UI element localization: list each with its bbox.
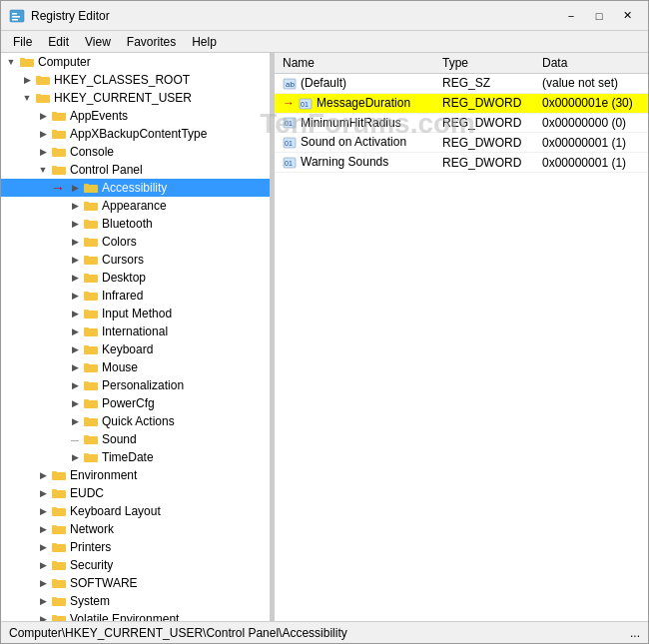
tree-item-bluetooth[interactable]: ▶Bluetooth: [1, 215, 270, 233]
tree-item-hkey_classes_root[interactable]: ▶HKEY_CLASSES_ROOT: [1, 71, 270, 89]
tree-item-eudc[interactable]: ▶EUDC: [1, 484, 270, 502]
tree-panel[interactable]: ▼Computer▶HKEY_CLASSES_ROOT▼HKEY_CURRENT…: [1, 53, 271, 621]
tree-expander[interactable]: —: [67, 431, 83, 447]
title-bar-left: Registry Editor: [9, 8, 110, 24]
menu-view[interactable]: View: [77, 33, 119, 51]
maximize-button[interactable]: □: [586, 6, 612, 26]
tree-expander[interactable]: ▶: [35, 593, 51, 609]
tree-item-input_method[interactable]: ▶Input Method: [1, 305, 270, 322]
table-row[interactable]: 01MinimumHitRadiusREG_DWORD0x00000000 (0…: [275, 113, 648, 133]
window-controls: − □ ✕: [558, 6, 640, 26]
tree-item-printers[interactable]: ▶Printers: [1, 538, 270, 556]
tree-item-system[interactable]: ▶System: [1, 592, 270, 610]
tree-expander[interactable]: ▶: [67, 288, 83, 304]
tree-expander[interactable]: ▶: [35, 539, 51, 555]
tree-expander[interactable]: ▶: [35, 557, 51, 573]
tree-item-hkey_current_user[interactable]: ▼HKEY_CURRENT_USER: [1, 89, 270, 107]
tree-item-security[interactable]: ▶Security: [1, 556, 270, 574]
tree-label: AppEvents: [70, 109, 128, 123]
tree-item-software[interactable]: ▶SOFTWARE: [1, 574, 270, 592]
col-name[interactable]: Name: [275, 53, 434, 74]
tree-expander[interactable]: ▼: [35, 162, 51, 178]
tree-item-environment[interactable]: ▶Environment: [1, 466, 270, 484]
tree-item-computer[interactable]: ▼Computer: [1, 53, 270, 71]
minimize-button[interactable]: −: [558, 6, 584, 26]
tree-expander[interactable]: ▶: [67, 270, 83, 286]
tree-expander[interactable]: ▶: [35, 521, 51, 537]
tree-expander[interactable]: ▶: [67, 323, 83, 339]
menu-favorites[interactable]: Favorites: [119, 33, 184, 51]
table-row[interactable]: ab(Default)REG_SZ(value not set): [275, 74, 648, 94]
tree-expander[interactable]: ▶: [35, 144, 51, 160]
folder-icon: [35, 72, 51, 88]
tree-item-infrared[interactable]: ▶Infrared: [1, 287, 270, 305]
table-row[interactable]: 01Warning SoundsREG_DWORD0x00000001 (1): [275, 153, 648, 173]
tree-item-personalization[interactable]: ▶Personalization: [1, 376, 270, 394]
menu-edit[interactable]: Edit: [40, 33, 77, 51]
tree-item-powercfg[interactable]: ▶PowerCfg: [1, 394, 270, 412]
tree-item-accessibility[interactable]: →▶Accessibility: [1, 179, 270, 197]
status-bar: Computer\HKEY_CURRENT_USER\Control Panel…: [1, 621, 648, 643]
tree-expander[interactable]: ▶: [67, 252, 83, 268]
dword-icon: 01: [283, 136, 297, 150]
tree-item-volatile_environment[interactable]: ▶Volatile Environment: [1, 610, 270, 621]
status-indicator: ...: [630, 626, 640, 640]
tree-item-keyboard_layout[interactable]: ▶Keyboard Layout: [1, 502, 270, 520]
table-row[interactable]: →01MessageDurationREG_DWORD0x0000001e (3…: [275, 93, 648, 113]
tree-expander[interactable]: ▶: [67, 377, 83, 393]
folder-icon: [83, 288, 99, 304]
tree-expander[interactable]: ▼: [19, 90, 35, 106]
close-button[interactable]: ✕: [614, 6, 640, 26]
tree-item-quick_actions[interactable]: ▶Quick Actions: [1, 412, 270, 430]
tree-expander[interactable]: ▶: [35, 485, 51, 501]
tree-expander[interactable]: ▼: [3, 54, 19, 70]
tree-expander[interactable]: ▶: [67, 341, 83, 357]
tree-expander[interactable]: ▶: [35, 108, 51, 124]
tree-item-appearance[interactable]: ▶Appearance: [1, 197, 270, 215]
tree-item-mouse[interactable]: ▶Mouse: [1, 358, 270, 376]
tree-expander[interactable]: ▶: [67, 359, 83, 375]
tree-expander[interactable]: ▶: [35, 467, 51, 483]
tree-expander[interactable]: ▶: [67, 180, 83, 196]
tree-expander[interactable]: ▶: [35, 503, 51, 519]
tree-expander[interactable]: ▶: [19, 72, 35, 88]
tree-expander[interactable]: ▶: [35, 611, 51, 621]
tree-expander[interactable]: ▶: [67, 413, 83, 429]
tree-item-international[interactable]: ▶International: [1, 322, 270, 340]
tree-item-desktop[interactable]: ▶Desktop: [1, 269, 270, 287]
tree-expander[interactable]: ▶: [35, 126, 51, 142]
col-data[interactable]: Data: [534, 53, 648, 74]
tree-expander[interactable]: ▶: [67, 306, 83, 322]
svg-rect-11: [52, 113, 66, 121]
menu-help[interactable]: Help: [184, 33, 225, 51]
col-type[interactable]: Type: [434, 53, 534, 74]
svg-rect-31: [84, 293, 98, 301]
tree-item-cursors[interactable]: ▶Cursors: [1, 251, 270, 269]
svg-rect-47: [84, 436, 98, 444]
svg-text:01: 01: [285, 160, 293, 167]
tree-item-control_panel[interactable]: ▼Control Panel: [1, 161, 270, 179]
tree-item-console[interactable]: ▶Console: [1, 143, 270, 161]
svg-rect-41: [84, 382, 98, 390]
menu-file[interactable]: File: [5, 33, 40, 51]
svg-rect-45: [84, 418, 98, 426]
row-arrow-indicator: →: [283, 96, 295, 110]
tree-expander[interactable]: ▶: [67, 234, 83, 250]
folder-icon: [51, 611, 67, 621]
table-row[interactable]: 01Sound on ActivationREG_DWORD0x00000001…: [275, 133, 648, 153]
tree-expander[interactable]: ▶: [67, 198, 83, 214]
tree-item-keyboard[interactable]: ▶Keyboard: [1, 340, 270, 358]
tree-expander[interactable]: ▶: [67, 449, 83, 465]
folder-icon: [51, 126, 67, 142]
tree-expander[interactable]: ▶: [67, 395, 83, 411]
tree-item-appxbackupcontenttype[interactable]: ▶AppXBackupContentType: [1, 125, 270, 143]
tree-item-sound[interactable]: —Sound: [1, 430, 270, 448]
reg-type: REG_DWORD: [434, 153, 534, 173]
tree-item-network[interactable]: ▶Network: [1, 520, 270, 538]
tree-expander[interactable]: ▶: [35, 575, 51, 591]
tree-item-timedate[interactable]: ▶TimeDate: [1, 448, 270, 466]
tree-item-appevents[interactable]: ▶AppEvents: [1, 107, 270, 125]
tree-expander[interactable]: ▶: [67, 216, 83, 232]
tree-item-colors[interactable]: ▶Colors: [1, 233, 270, 251]
tree-label: Sound: [102, 432, 137, 446]
